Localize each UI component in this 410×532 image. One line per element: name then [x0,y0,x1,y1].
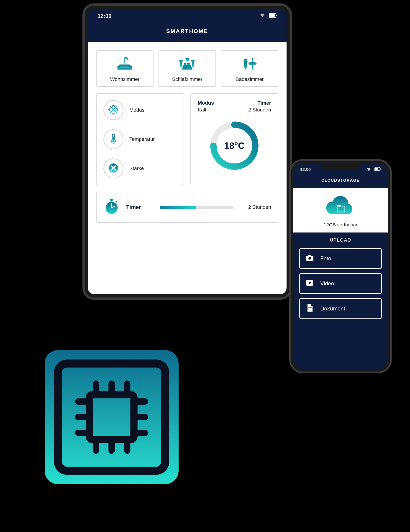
svg-rect-6 [129,66,132,70]
phone-screen: 12:00 CLOUDSTORAGE 12GB verfügbar [293,163,388,369]
timer-value: 2 Stunden [248,107,271,113]
storage-panel: 12GB verfügbar [293,188,388,232]
phone-device: 12:00 CLOUDSTORAGE 12GB verfügbar [289,159,392,373]
upload-label: UPLOAD [299,238,382,243]
button-label: Video [320,280,334,287]
mode-label: Modus [198,100,214,106]
control-label: Modus [129,107,144,113]
camera-icon [305,253,314,264]
svg-rect-13 [187,63,190,66]
timer-panel: Timer 2 Stunden [96,192,278,223]
stopwatch-icon [103,199,120,216]
svg-rect-27 [113,137,114,141]
svg-rect-15 [191,60,195,62]
svg-rect-40 [337,205,341,207]
notch [321,163,360,170]
room-bathroom[interactable]: Badezimmer [221,50,278,87]
svg-rect-8 [180,61,182,67]
storage-available: 12GB verfügbar [298,222,383,228]
svg-rect-2 [276,15,277,16]
svg-rect-4 [119,65,130,68]
svg-point-41 [308,257,311,260]
upload-section: UPLOAD Foto Video Dokument [293,232,388,326]
mode-value: Kalt [198,107,214,113]
bed-icon [177,69,197,73]
battery-icon [269,13,277,19]
room-list: Wohnzimmer [96,50,278,87]
control-label: Temperatur [129,136,155,142]
room-livingroom[interactable]: Wohnzimmer [96,50,154,87]
statusbar: 12:00 [88,9,287,23]
svg-rect-33 [111,200,112,202]
room-label: Schlafzimmer [159,76,215,82]
svg-rect-38 [380,169,381,170]
sofa-icon [115,69,135,73]
svg-rect-43 [308,307,312,308]
cloud-icon [323,216,358,219]
upload-video-button[interactable]: Video [299,273,382,294]
play-icon [305,278,314,289]
wifi-icon [366,167,371,173]
temperature-value: 18°C [208,119,261,172]
tablet-device: 12:00 SMARTHOME [83,3,292,300]
room-label: Wohnzimmer [97,76,153,82]
tablet-screen: 12:00 SMARTHOME [88,9,287,294]
button-label: Foto [320,255,331,262]
fan-icon [108,162,119,174]
svg-rect-7 [120,68,129,70]
svg-rect-14 [192,61,194,67]
control-mode[interactable]: Modus [103,100,177,120]
climate-panel: Modus Kalt Timer 2 Stunden [190,93,278,185]
svg-point-29 [112,167,114,169]
thermometer-icon [108,133,119,145]
button-label: Dokument [320,305,345,312]
control-temperature[interactable]: Temperatur [103,129,177,149]
timer-value: 2 Stunden [239,204,271,210]
snowflake-icon [108,104,119,116]
svg-rect-18 [243,61,248,62]
svg-rect-11 [182,67,192,70]
upload-photo-button[interactable]: Foto [299,248,382,269]
svg-rect-5 [118,66,120,70]
svg-rect-3 [124,57,125,64]
clock: 12:00 [97,13,111,19]
svg-rect-58 [45,350,178,484]
controls-panel: Modus Temperatur [96,93,184,185]
control-label: Stärke [129,165,144,171]
tablet-body: Wohnzimmer [88,42,287,294]
app-title: CLOUDSTORAGE [293,176,388,188]
svg-rect-21 [252,64,253,70]
room-label: Badezimmer [221,76,278,82]
upload-document-button[interactable]: Dokument [299,298,382,319]
clock: 12:00 [300,167,311,172]
control-fan[interactable]: Stärke [103,158,177,179]
svg-rect-37 [375,168,378,170]
svg-rect-19 [252,58,253,62]
timer-slider[interactable] [160,206,233,209]
battery-icon [374,167,381,172]
wifi-icon [259,12,266,20]
svg-rect-45 [308,310,311,310]
svg-rect-35 [115,200,118,203]
document-icon [305,303,314,314]
temperature-gauge[interactable]: 18°C [208,119,261,172]
svg-rect-12 [184,63,186,66]
app-title: SMARTHOME [88,23,287,42]
svg-rect-9 [179,60,183,62]
bathroom-icon [239,69,260,73]
svg-rect-44 [308,309,312,309]
svg-rect-17 [244,59,247,61]
timer-label: Timer [126,204,154,210]
timer-label: Timer [248,100,271,106]
svg-rect-1 [269,14,275,17]
svg-rect-16 [186,58,189,61]
chip-icon [0,305,223,529]
room-bedroom[interactable]: Schlafzimmer [158,50,216,87]
